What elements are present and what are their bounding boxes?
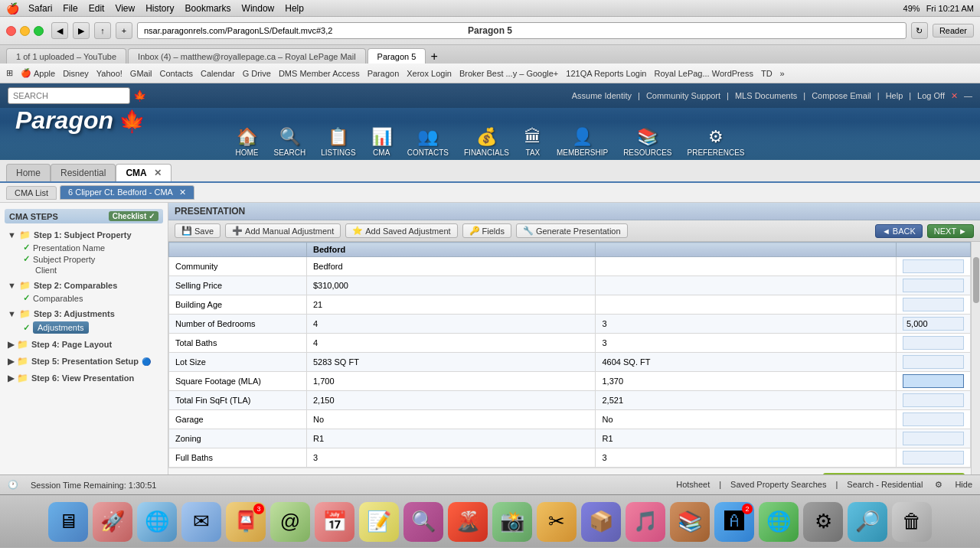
adj-input-selling-price[interactable] [903, 279, 964, 292]
dock-browser2[interactable]: 🌐 [759, 502, 799, 542]
browser-tab-mail[interactable]: Inbox (4) – matthew@royallepage.ca – Roy… [128, 48, 366, 64]
save-button[interactable]: 💾 Save [175, 223, 220, 238]
step3-child-adjustments[interactable]: ✓ Adjustments [20, 321, 163, 334]
menu-history[interactable]: History [145, 3, 174, 14]
adj-input-zoning[interactable] [903, 432, 964, 445]
bm-yahoo[interactable]: Yahoo! [96, 69, 122, 78]
nav-financials[interactable]: 💰 FINANCIALS [464, 127, 509, 157]
hide-button[interactable]: Hide [955, 480, 972, 490]
bm-121qa[interactable]: 121QA Reports Login [566, 69, 646, 78]
cma-list-tab[interactable]: CMA List [6, 186, 57, 200]
menu-safari[interactable]: Safari [28, 3, 52, 14]
adj-input-full-baths[interactable] [903, 451, 964, 465]
dock-notes[interactable]: 📝 [359, 502, 399, 542]
fields-button[interactable]: 🔑 Fields [462, 223, 511, 238]
step6-header[interactable]: ▶ 📁 Step 6: View Presentation [5, 371, 163, 385]
adj-input-garage[interactable] [903, 412, 964, 426]
dock-safari[interactable]: 🌐 [137, 502, 177, 542]
cma-tab-close[interactable]: ✕ [154, 168, 162, 178]
back-nav-button[interactable]: ◀ [51, 22, 68, 39]
dock-app2[interactable]: 🌋 [448, 502, 488, 542]
menu-bookmarks[interactable]: Bookmarks [185, 3, 231, 14]
generate-presentation-button[interactable]: 🔧 Generate Presentation [516, 223, 628, 238]
dock-app4[interactable]: 📦 [581, 502, 621, 542]
next-button[interactable]: NEXT ► [927, 224, 974, 238]
step2-header[interactable]: ▼ 📁 Step 2: Comparables [5, 279, 163, 292]
community-support-link[interactable]: Community Support [646, 91, 720, 101]
add-bookmark-button[interactable]: + [116, 22, 132, 39]
nav-home[interactable]: 🏠 HOME [235, 127, 258, 157]
step4-header[interactable]: ▶ 📁 Step 4: Page Layout [5, 337, 163, 351]
adj-input-sqft-mla[interactable] [903, 374, 964, 388]
adj-input-building-age[interactable] [903, 298, 964, 311]
reader-button[interactable]: Reader [933, 24, 974, 37]
add-saved-adjustment-button[interactable]: ⭐ Add Saved Adjustment [345, 223, 457, 238]
scrollbar-thumb[interactable] [973, 257, 979, 303]
nav-contacts[interactable]: 👥 CONTACTS [407, 127, 449, 157]
vertical-scrollbar[interactable] [971, 242, 980, 474]
step1-header[interactable]: ▼ 📁 Step 1: Subject Property [5, 228, 163, 242]
nav-tax[interactable]: 🏛 TAX [524, 127, 541, 157]
dock-prefs[interactable]: ⚙ [803, 502, 843, 542]
dock-search2[interactable]: 🔎 [848, 502, 887, 542]
step1-child-subject[interactable]: ✓ Subject Property [20, 253, 163, 265]
bm-dms[interactable]: DMS Member Access [279, 69, 360, 78]
app-tab-cma[interactable]: CMA ✕ [116, 164, 171, 181]
address-bar[interactable] [137, 22, 906, 39]
nav-search[interactable]: 🔍 SEARCH [273, 127, 305, 157]
bm-gdrive[interactable]: G Drive [243, 69, 271, 78]
browser-tab-youtube[interactable]: 1 of 1 uploaded – YouTube [6, 48, 126, 64]
bm-grid[interactable]: ⊞ [6, 68, 13, 78]
compose-email-link[interactable]: Compose Email [812, 91, 871, 101]
close-icon[interactable]: ✕ [951, 91, 958, 101]
step5-header[interactable]: ▶ 📁 Step 5: Presentation Setup 🔵 [5, 354, 163, 368]
dock-app3[interactable]: ✂ [537, 502, 577, 542]
paragon-search-input[interactable] [8, 87, 130, 104]
bm-calendar[interactable]: Calendar [201, 69, 235, 78]
dock-calendar[interactable]: 📅 [315, 502, 354, 542]
menu-edit[interactable]: Edit [89, 3, 105, 14]
bm-apple[interactable]: 🍎 Apple [21, 68, 55, 78]
bm-royal[interactable]: Royal LePag... WordPress [654, 69, 753, 78]
bm-td[interactable]: TD [761, 69, 773, 78]
bm-paragon[interactable]: Paragon [368, 69, 400, 78]
dock-launchpad[interactable]: 🚀 [93, 502, 132, 542]
dock-itunes[interactable]: 🎵 [626, 502, 665, 542]
help-link[interactable]: Help [886, 91, 903, 101]
new-tab-button[interactable]: + [430, 50, 437, 64]
search-residential-link[interactable]: Search - Residential [847, 480, 923, 490]
bm-gmail[interactable]: GMail [130, 69, 152, 78]
saved-property-searches-link[interactable]: Saved Property Searches [730, 480, 826, 490]
nav-preferences[interactable]: ⚙ PREFERENCES [688, 127, 745, 157]
cma-clipper-tab[interactable]: 6 Clipper Ct. Bedford - CMA ✕ [60, 185, 194, 200]
nav-cma[interactable]: 📊 CMA [371, 127, 392, 157]
dock-app1[interactable]: 🔍 [403, 502, 443, 542]
share-button[interactable]: ↑ [94, 22, 111, 39]
dock-trash[interactable]: 🗑 [892, 502, 932, 542]
refresh-button[interactable]: ↻ [911, 22, 928, 39]
bm-contacts[interactable]: Contacts [160, 69, 193, 78]
adj-input-total-fin-sqft[interactable] [903, 393, 964, 407]
forward-nav-button[interactable]: ▶ [73, 22, 90, 39]
app-tab-home[interactable]: Home [6, 164, 51, 181]
adj-input-total-baths[interactable] [903, 336, 964, 350]
nav-listings[interactable]: 📋 LISTINGS [321, 127, 356, 157]
adj-input-bedrooms[interactable] [903, 317, 964, 331]
menu-help[interactable]: Help [285, 3, 304, 14]
step1-child-client[interactable]: Client [20, 265, 163, 276]
hotsheet-link[interactable]: Hotsheet [676, 480, 710, 490]
add-manual-adjustment-button[interactable]: ➕ Add Manual Adjustment [225, 223, 341, 238]
app-tab-residential[interactable]: Residential [51, 164, 116, 181]
dock-photos[interactable]: 📸 [492, 502, 532, 542]
bm-xerox[interactable]: Xerox Login [407, 69, 452, 78]
dock-mail2[interactable]: 📮 3 [226, 502, 266, 542]
nav-resources[interactable]: 📚 RESOURCES [623, 127, 671, 157]
apple-menu[interactable]: 🍎 [6, 2, 19, 15]
adj-input-lot-size[interactable] [903, 355, 964, 369]
dock-mail[interactable]: ✉ [181, 502, 221, 542]
bm-disney[interactable]: Disney [63, 69, 89, 78]
browser-tab-paragon[interactable]: Paragon 5 [368, 48, 426, 64]
assume-identity-link[interactable]: Assume Identity [572, 91, 632, 101]
minimize-icon[interactable]: — [964, 91, 972, 101]
minimize-button[interactable] [20, 26, 30, 36]
